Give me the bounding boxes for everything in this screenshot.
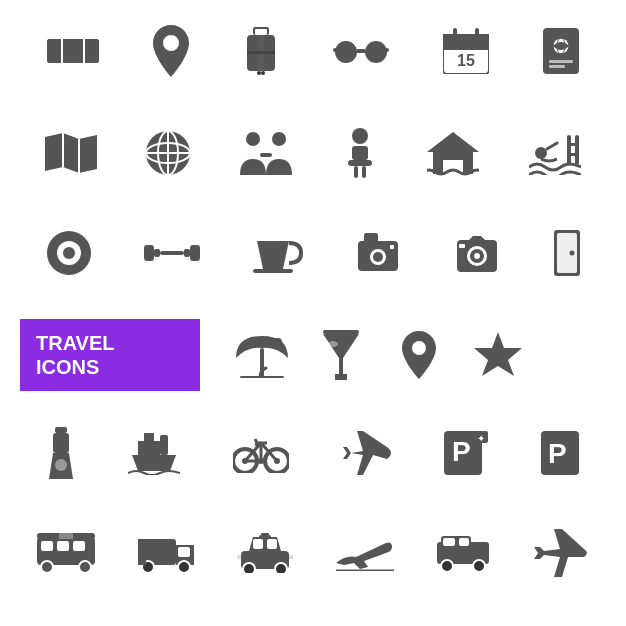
svg-rect-127 bbox=[443, 538, 455, 546]
page-container: 15 bbox=[0, 0, 626, 626]
taxi-icon bbox=[237, 533, 293, 577]
passport-icon bbox=[543, 28, 579, 78]
svg-point-120 bbox=[275, 563, 287, 573]
svg-point-107 bbox=[41, 561, 53, 573]
svg-rect-39 bbox=[260, 153, 272, 157]
svg-rect-11 bbox=[247, 51, 275, 54]
svg-rect-59 bbox=[253, 269, 293, 273]
svg-rect-22 bbox=[443, 34, 489, 50]
luggage-icon bbox=[243, 27, 279, 79]
svg-rect-122 bbox=[261, 533, 269, 537]
svg-rect-54 bbox=[144, 245, 154, 261]
svg-rect-81 bbox=[138, 441, 160, 455]
svg-point-114 bbox=[178, 561, 190, 573]
svg-rect-115 bbox=[138, 539, 146, 565]
cocktail-icon bbox=[302, 330, 381, 380]
map-icon bbox=[45, 133, 97, 177]
beach-umbrella-icon bbox=[223, 332, 302, 378]
ticket-icon bbox=[47, 35, 99, 71]
svg-rect-8 bbox=[255, 29, 267, 35]
bicycle-icon bbox=[233, 433, 289, 477]
svg-rect-23 bbox=[453, 28, 457, 40]
svg-rect-68 bbox=[459, 244, 465, 248]
svg-rect-5 bbox=[61, 47, 63, 55]
svg-rect-48 bbox=[567, 143, 579, 146]
svg-rect-24 bbox=[475, 28, 479, 40]
door-icon bbox=[554, 230, 580, 280]
airplane-takeoff-icon bbox=[336, 535, 394, 575]
svg-rect-61 bbox=[364, 233, 378, 243]
svg-rect-104 bbox=[41, 541, 53, 551]
svg-rect-112 bbox=[178, 547, 190, 557]
lifebuoy-icon bbox=[47, 231, 91, 279]
svg-point-72 bbox=[569, 251, 574, 256]
svg-rect-17 bbox=[333, 48, 337, 52]
flashlight-icon bbox=[47, 427, 75, 483]
svg-point-75 bbox=[274, 338, 282, 346]
svg-text:P: P bbox=[548, 438, 567, 469]
star-icon bbox=[459, 332, 538, 378]
svg-rect-117 bbox=[253, 539, 263, 549]
location-pin-solid-icon bbox=[380, 331, 459, 379]
svg-rect-12 bbox=[257, 71, 261, 75]
svg-rect-16 bbox=[357, 49, 365, 53]
ship-icon bbox=[128, 431, 180, 479]
svg-point-38 bbox=[272, 132, 286, 146]
svg-point-40 bbox=[352, 128, 368, 144]
svg-rect-76 bbox=[323, 330, 359, 334]
svg-rect-46 bbox=[567, 135, 571, 165]
svg-point-14 bbox=[335, 41, 357, 63]
svg-point-130 bbox=[473, 560, 485, 572]
svg-point-119 bbox=[243, 563, 255, 573]
svg-rect-57 bbox=[184, 249, 190, 257]
svg-rect-123 bbox=[237, 555, 293, 559]
svg-point-53 bbox=[63, 247, 75, 259]
svg-rect-105 bbox=[57, 541, 69, 551]
svg-line-94 bbox=[255, 443, 261, 445]
svg-rect-4 bbox=[47, 47, 99, 55]
parking-sign-icon: P bbox=[541, 431, 579, 479]
svg-rect-30 bbox=[549, 60, 573, 63]
dumbbell-icon bbox=[144, 241, 200, 269]
svg-point-67 bbox=[474, 253, 480, 259]
instant-camera-icon bbox=[356, 231, 400, 279]
svg-rect-106 bbox=[73, 541, 85, 551]
airplane-icon bbox=[343, 429, 391, 481]
bus-icon bbox=[37, 533, 95, 577]
svg-line-93 bbox=[255, 439, 257, 443]
svg-point-63 bbox=[373, 252, 383, 262]
people-meeting-icon bbox=[240, 131, 292, 179]
calendar-icon: 15 bbox=[443, 28, 489, 78]
location-pin-icon bbox=[153, 25, 189, 81]
svg-rect-118 bbox=[267, 539, 277, 549]
globe-icon bbox=[146, 131, 190, 179]
svg-point-80 bbox=[55, 459, 67, 471]
svg-point-77 bbox=[328, 341, 338, 347]
svg-point-108 bbox=[79, 561, 91, 573]
delivery-truck-icon bbox=[138, 533, 194, 577]
parking-hotel-icon: P ✦ bbox=[444, 431, 488, 479]
airplane-large-icon bbox=[532, 529, 590, 581]
svg-point-15 bbox=[365, 41, 387, 63]
svg-rect-13 bbox=[261, 71, 265, 75]
svg-text:✦: ✦ bbox=[477, 433, 485, 444]
svg-rect-44 bbox=[362, 166, 366, 178]
svg-point-37 bbox=[246, 132, 260, 146]
svg-rect-74 bbox=[240, 376, 284, 378]
svg-rect-18 bbox=[385, 48, 389, 52]
svg-rect-82 bbox=[144, 433, 154, 443]
travel-icons-label: TRAVEL ICONS bbox=[20, 319, 200, 391]
svg-rect-41 bbox=[352, 146, 368, 160]
sunglasses-icon bbox=[333, 38, 389, 68]
svg-point-50 bbox=[535, 147, 547, 159]
svg-rect-56 bbox=[160, 251, 184, 255]
svg-rect-58 bbox=[190, 245, 200, 261]
svg-rect-78 bbox=[55, 427, 67, 433]
presenter-icon bbox=[342, 128, 378, 182]
svg-rect-43 bbox=[354, 166, 358, 178]
svg-rect-83 bbox=[160, 435, 168, 455]
svg-rect-47 bbox=[575, 135, 579, 165]
svg-rect-128 bbox=[459, 538, 469, 546]
svg-rect-64 bbox=[390, 245, 394, 249]
svg-point-129 bbox=[441, 560, 453, 572]
